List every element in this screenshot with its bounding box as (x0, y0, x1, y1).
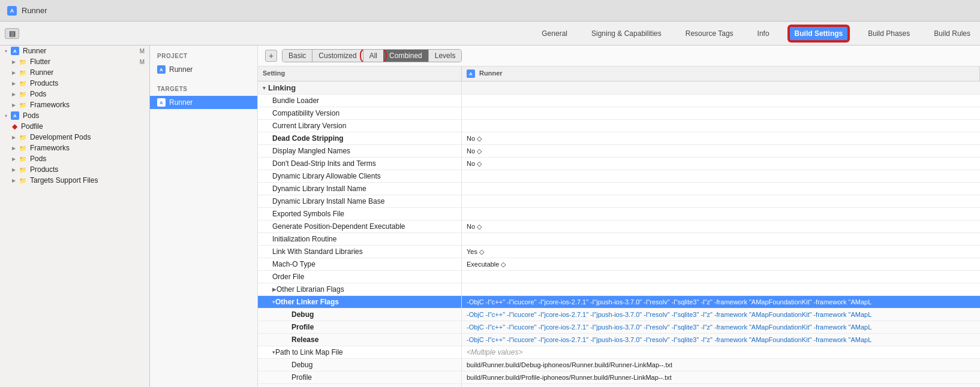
cell-setting: Dynamic Library Install Name (258, 183, 462, 195)
table-row[interactable]: Bundle Loader (258, 95, 980, 107)
table-row[interactable]: Dynamic Library Install Name Base (258, 195, 980, 208)
folder-icon: 📁 (19, 167, 26, 173)
table-row[interactable]: Mach-O Type Executable ◇ (258, 258, 980, 271)
cell-setting: Don't Dead-Strip Inits and Terms (258, 158, 462, 170)
sidebar-icon: ▤ (9, 29, 16, 38)
table-row[interactable]: Dynamic Library Allowable Clients (258, 170, 980, 183)
table-row[interactable]: Dynamic Library Install Name (258, 183, 980, 195)
table-row[interactable]: Debug -ObjC -l"c++" -l"icucore" -l"jcore… (258, 309, 980, 321)
tab-signing-capabilities[interactable]: Signing & Capabilities (587, 27, 666, 40)
sidebar-item-targets-support[interactable]: ▶ 📁 Targets Support Files (0, 175, 149, 186)
cell-value: No ◇ (462, 132, 980, 144)
table-row[interactable]: Release build/Runner.build/Release-iphon… (258, 384, 980, 387)
cell-setting: Initialization Routine (258, 233, 462, 245)
cell-value: -ObjC -l"c++" -l"icucore" -l"jcore-ios-2… (462, 321, 980, 333)
table-row[interactable]: Release -ObjC -l"c++" -l"icucore" -l"jco… (258, 334, 980, 346)
sidebar-item-flutter[interactable]: ▶ 📁 Flutter M (0, 56, 149, 67)
cell-setting: Debug (258, 359, 462, 371)
sidebar-toggle-button[interactable]: ▤ (5, 28, 19, 39)
app-icon: A (7, 6, 17, 16)
disclosure-icon: ▶ (12, 156, 16, 162)
tab-build-phases[interactable]: Build Phases (863, 27, 915, 40)
panel-item-runner-target[interactable]: A Runner (150, 96, 257, 109)
filter-tabs: Basic Customized All Combined Levels (282, 49, 462, 62)
runner-header-icon: A (467, 69, 475, 78)
sidebar-item-development-pods[interactable]: ▶ 📁 Development Pods (0, 132, 149, 143)
disclosure-icon: ▶ (12, 70, 16, 75)
table-row[interactable]: Profile -ObjC -l"c++" -l"icucore" -l"jco… (258, 321, 980, 334)
filter-tab-customized[interactable]: Customized (312, 50, 363, 62)
cell-setting: Link With Standard Libraries (258, 246, 462, 258)
table-row[interactable]: ▾ Other Linker Flags -ObjC -l"c++" -l"ic… (258, 296, 980, 309)
panel-project-label: Runner (169, 65, 193, 74)
panel-target-icon: A (157, 98, 166, 107)
folder-icon: 📁 (19, 145, 26, 152)
folder-icon: 📁 (19, 177, 26, 184)
cell-value (462, 120, 980, 132)
disclosure-icon: ▶ (12, 167, 16, 173)
table-row[interactable]: Debug build/Runner.build/Debug-iphoneos/… (258, 359, 980, 371)
filter-bar: + Basic Customized All Combined Levels (258, 46, 980, 66)
sidebar-item-podfile[interactable]: ◆ Podfile (0, 121, 149, 132)
disclosure-icon: ▶ (12, 59, 16, 65)
table-row[interactable]: Initialization Routine (258, 233, 980, 246)
add-setting-button[interactable]: + (265, 50, 277, 62)
panel-item-runner-project[interactable]: A Runner (150, 63, 257, 76)
panel-project-icon: A (157, 65, 166, 74)
table-row[interactable]: Display Mangled Names No ◇ (258, 145, 980, 158)
table-row[interactable]: Exported Symbols File (258, 208, 980, 220)
filter-tab-levels[interactable]: Levels (429, 50, 462, 62)
sidebar-item-pods-sub[interactable]: ▶ 📁 Pods (0, 153, 149, 164)
sidebar-item-products-root[interactable]: ▶ 📁 Products (0, 78, 149, 89)
sidebar-item-products-pods[interactable]: ▶ 📁 Products (0, 164, 149, 175)
table-row[interactable]: Link With Standard Libraries Yes ◇ (258, 246, 980, 258)
table-row[interactable]: Order File (258, 271, 980, 283)
filter-circle-group: All (363, 50, 383, 62)
disclosure-icon: ▶ (12, 81, 16, 86)
table-row[interactable]: Compatibility Version (258, 107, 980, 120)
cell-setting: ▾ Linking (258, 81, 462, 94)
table-header: Setting A Runner (258, 66, 980, 81)
sidebar-item-frameworks-pods[interactable]: ▶ 📁 Frameworks (0, 143, 149, 153)
sidebar-label: Flutter (30, 58, 50, 66)
tab-resource-tags[interactable]: Resource Tags (681, 27, 738, 40)
table-row[interactable]: Current Library Version (258, 120, 980, 132)
table-row[interactable]: Profile build/Runner.build/Profile-iphon… (258, 371, 980, 384)
table-row[interactable]: ▶ Other Librarian Flags (258, 283, 980, 296)
cell-value: <Multiple values> (462, 346, 980, 358)
table-row[interactable]: Dead Code Stripping No ◇ (258, 132, 980, 145)
sidebar-label: Pods (23, 111, 39, 120)
filter-tab-basic[interactable]: Basic (282, 50, 312, 62)
folder-icon: 📁 (19, 134, 26, 141)
sidebar-item-pods-project[interactable]: ▾ A Pods (0, 110, 149, 121)
cell-value: build/Runner.build/Release-iphoneos/Runn… (462, 384, 980, 387)
filter-tab-combined[interactable]: Combined (383, 50, 429, 62)
sidebar-item-runner-sub[interactable]: ▶ 📁 Runner (0, 67, 149, 78)
cell-setting: Release (258, 384, 462, 387)
filter-tab-all[interactable]: All (363, 50, 383, 62)
table-row[interactable]: Don't Dead-Strip Inits and Terms No ◇ (258, 158, 980, 170)
folder-icon: 📁 (19, 80, 26, 87)
table-row[interactable]: ▾ Path to Link Map File <Multiple values… (258, 346, 980, 359)
cell-setting: Generate Position-Dependent Executable (258, 220, 462, 232)
cell-setting: Order File (258, 271, 462, 283)
targets-section: TARGETS A Runner (150, 86, 257, 109)
table-row[interactable]: ▾ Linking (258, 81, 980, 95)
tab-build-settings[interactable]: Build Settings (789, 26, 849, 41)
xcode-icon: A (11, 47, 19, 55)
project-section-label: PROJECT (150, 53, 257, 63)
sidebar-item-frameworks-root[interactable]: ▶ 📁 Frameworks (0, 99, 149, 110)
sidebar-item-runner-root[interactable]: ▾ A Runner M (0, 46, 149, 56)
cell-value: No ◇ (462, 158, 980, 170)
cell-value (462, 208, 980, 220)
cell-value (462, 170, 980, 182)
tab-build-rules[interactable]: Build Rules (929, 27, 975, 40)
sidebar-item-pods-root[interactable]: ▶ 📁 Pods (0, 89, 149, 99)
cell-setting: Release (258, 334, 462, 346)
sidebar-label: Frameworks (30, 144, 70, 152)
tab-general[interactable]: General (537, 27, 572, 40)
folder-icon: 📁 (19, 91, 26, 98)
tab-info[interactable]: Info (753, 27, 774, 40)
targets-section-label: TARGETS (150, 86, 257, 96)
table-row[interactable]: Generate Position-Dependent Executable N… (258, 220, 980, 233)
